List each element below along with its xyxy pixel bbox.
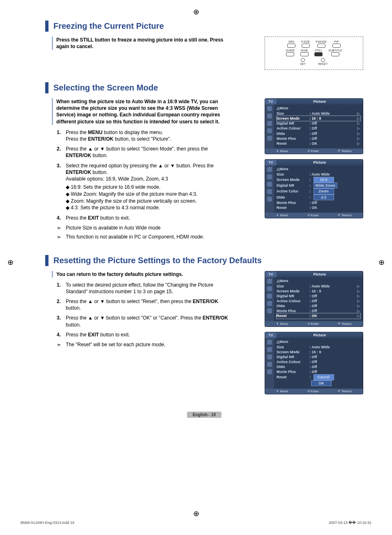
osd-menu-4: TVPicture △MoreSize: Auto WideScreen Mod…	[265, 332, 363, 394]
note-text: The "Reset" will be set for each picture…	[66, 341, 233, 349]
section-reset: Resetting the Picture Settings to the Fa…	[45, 255, 363, 399]
note-text: Picture Size is available in Auto Wide m…	[66, 225, 233, 232]
section-title: Freezing the Current Picture	[53, 21, 363, 31]
steps-list: 1.To select the desired picture effect, …	[57, 282, 233, 338]
osd-menu-2: TVPicture △MoreSize: Auto WideScreen Mod…	[265, 159, 363, 218]
osd-menu-1: TVPicture △MoreSize: Auto Wide▷Screen Mo…	[265, 98, 363, 154]
step-text: Select the required option by pressing t…	[66, 162, 233, 212]
footer-file: BN68-01169H-Eng-0313.indd 19	[21, 521, 74, 525]
step-text: Press the EXIT button to exit.	[66, 215, 233, 221]
note-icon: ➣	[57, 234, 66, 241]
step-text: Press the ▲ or ▼ button to select "Reset…	[66, 298, 233, 311]
section-intro: Press the STILL button to freeze a movin…	[52, 37, 233, 50]
step-text: Press the ▲ or ▼ button to select "OK" o…	[66, 315, 233, 328]
remote-diagram: SRS P.SIZE P.MODE PIP GUIDE DUAL STILL S…	[265, 37, 363, 70]
section-title: Resetting the Picture Settings to the Fa…	[53, 256, 363, 265]
registration-mark-bottom: ⊕	[192, 509, 200, 517]
step-text: Press the EXIT button to exit.	[66, 331, 233, 338]
step-text: To select the desired picture effect, fo…	[66, 282, 233, 295]
note-text: This function is not available in PC or …	[66, 234, 233, 241]
section-freezing: Freezing the Current Picture Press the S…	[45, 21, 363, 70]
section-title: Selecting the Screen Mode	[53, 83, 363, 93]
step-text: Press the MENU button to display the men…	[66, 129, 233, 142]
section-intro: When setting the picture size to Auto Wi…	[52, 98, 233, 125]
osd-menu-3: TVPicture △MoreSize: Auto Wide▷Screen Mo…	[265, 271, 363, 327]
section-screen-mode: Selecting the Screen Mode When setting t…	[45, 82, 363, 243]
step-text: Press the ▲ or ▼ button to select "Scree…	[66, 146, 233, 159]
steps-list: 1.Press the MENU button to display the m…	[57, 129, 233, 222]
note-icon: ➣	[57, 225, 66, 232]
note-icon: ➣	[57, 341, 66, 349]
footer-timestamp: 2007-03-13 �� 10:16:31	[329, 521, 371, 525]
page-number-label: English - 19	[187, 412, 221, 418]
section-intro: You can return to the factory defaults p…	[52, 271, 233, 278]
